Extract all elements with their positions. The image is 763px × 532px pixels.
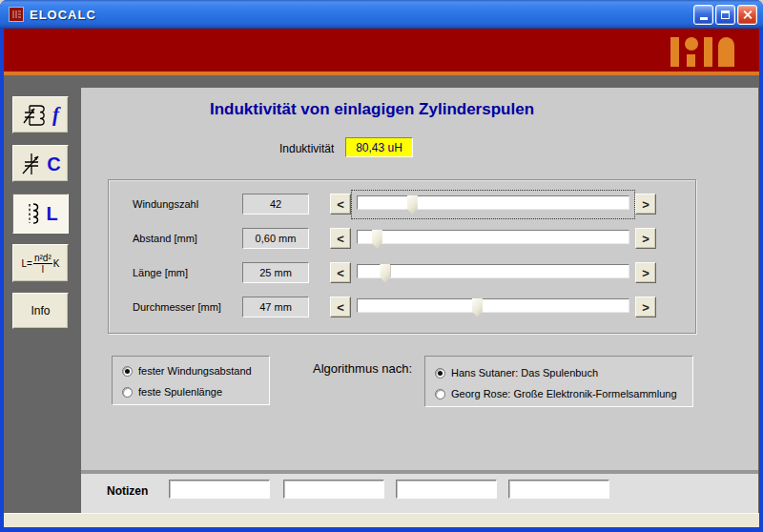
radio-icon <box>435 389 445 399</box>
radio-algorithm-rose[interactable]: Georg Rose: Große Elektronik-Formelsamml… <box>435 387 677 400</box>
slider-track[interactable] <box>357 230 629 244</box>
note-input[interactable] <box>169 480 270 499</box>
minimize-icon <box>700 17 708 20</box>
slider[interactable] <box>354 261 632 285</box>
app-window: ELOCALC f <box>0 0 763 532</box>
parameter-label: Abstand [mm] <box>133 233 197 244</box>
coil-icon <box>23 201 42 226</box>
parameter-label: Windungszahl <box>133 198 198 210</box>
status-bar <box>4 513 759 527</box>
parameter-value: 47 mm <box>259 301 292 313</box>
resonant-circuit-icon <box>22 103 49 128</box>
slider-track[interactable] <box>357 195 629 210</box>
mode-groupbox: fester Windungsabstand feste Spulenlänge <box>112 356 270 405</box>
radio-label: Georg Rose: Große Elektronik-Formelsamml… <box>451 388 677 399</box>
radio-icon <box>122 387 133 398</box>
radio-label: fester Windungsabstand <box>138 365 252 377</box>
slider[interactable] <box>354 193 632 216</box>
parameter-row: Windungszahl 42 < > <box>109 193 695 217</box>
app-icon <box>9 7 24 22</box>
parameter-value: 42 <box>270 198 281 210</box>
decrement-button[interactable]: < <box>330 194 351 215</box>
parameter-value-box: 0,60 mm <box>242 228 309 249</box>
note-input[interactable] <box>396 480 497 499</box>
slider-thumb[interactable] <box>407 195 418 215</box>
maximize-icon <box>721 10 730 19</box>
variable-capacitor-icon <box>20 152 43 176</box>
increment-button[interactable]: > <box>635 297 656 317</box>
close-icon <box>742 10 753 20</box>
parameters-groupbox: Windungszahl 42 < > Abstand [mm] 0,60 mm… <box>108 179 696 334</box>
sidebar-item-label: C <box>47 154 60 174</box>
parameter-value-box: 42 <box>242 194 309 215</box>
radio-feste-spulenlaenge[interactable]: feste Spulenlänge <box>122 385 222 399</box>
window-title: ELOCALC <box>30 8 96 22</box>
radio-icon <box>435 368 445 379</box>
increment-button[interactable]: > <box>635 228 656 249</box>
sidebar-item-inductance[interactable]: L <box>12 194 69 234</box>
logo-arch-icon <box>718 37 734 67</box>
slider-track[interactable] <box>357 264 629 278</box>
parameter-value: 25 mm <box>259 267 292 278</box>
sidebar-item-frequency[interactable]: f <box>12 96 69 133</box>
result-value-box: 80,43 uH <box>345 137 413 157</box>
decrement-button[interactable]: < <box>330 297 351 317</box>
maximize-button[interactable] <box>715 5 735 25</box>
sidebar-item-formula[interactable]: L= n²d² l K <box>12 244 69 282</box>
main-panel: Induktivität von einlagigen Zylinderspul… <box>81 88 758 470</box>
slider-thumb[interactable] <box>372 230 382 249</box>
parameter-row: Durchmesser [mm] 47 mm < > <box>109 296 695 320</box>
sidebar-item-capacitance[interactable]: C <box>12 145 69 182</box>
radio-label: feste Spulenlänge <box>138 386 222 398</box>
sidebar-item-label: Info <box>31 305 50 317</box>
logo-bar-icon <box>704 37 712 67</box>
page-title: Induktivität von einlagigen Zylinderspul… <box>81 100 663 119</box>
parameter-label: Durchmesser [mm] <box>133 301 221 313</box>
increment-button[interactable]: > <box>635 262 656 283</box>
slider[interactable] <box>354 296 632 319</box>
header-banner <box>4 29 759 72</box>
notes-label: Notizen <box>107 484 148 498</box>
parameter-value: 0,60 mm <box>256 233 297 244</box>
increment-button[interactable]: > <box>635 194 656 215</box>
slider-track[interactable] <box>357 298 629 313</box>
parameter-row: Abstand [mm] 0,60 mm < > <box>109 227 695 252</box>
result-label: Induktivität <box>279 142 334 155</box>
logo-bar-icon <box>670 37 679 67</box>
parameter-value-box: 47 mm <box>242 297 309 317</box>
radio-icon <box>122 366 133 377</box>
decrement-button[interactable]: < <box>330 228 351 249</box>
note-input[interactable] <box>283 480 384 499</box>
slider-thumb[interactable] <box>472 298 483 317</box>
decrement-button[interactable]: < <box>330 262 351 283</box>
sidebar-item-info[interactable]: Info <box>12 293 69 329</box>
result-value: 80,43 uH <box>356 141 402 154</box>
parameter-row: Länge [mm] 25 mm < > <box>109 261 695 286</box>
radio-fester-windungsabstand[interactable]: fester Windungsabstand <box>122 364 252 378</box>
notes-bar: Notizen <box>81 474 758 513</box>
radio-label: Hans Sutaner: Das Spulenbuch <box>451 367 598 379</box>
minimize-button[interactable] <box>693 5 713 25</box>
slider[interactable] <box>354 227 632 251</box>
radio-algorithm-sutaner[interactable]: Hans Sutaner: Das Spulenbuch <box>435 366 598 379</box>
close-button[interactable] <box>737 5 757 25</box>
parameter-label: Länge [mm] <box>133 267 188 278</box>
algorithm-groupbox: Hans Sutaner: Das Spulenbuch Georg Rose:… <box>424 356 693 407</box>
formula-text: L= n²d² l K <box>22 253 60 275</box>
slider-thumb[interactable] <box>380 264 390 283</box>
logo-dot-icon <box>685 37 698 67</box>
sidebar-item-label: L <box>46 204 57 223</box>
brand-logo <box>670 37 734 68</box>
title-bar[interactable]: ELOCALC <box>0 0 763 29</box>
note-input[interactable] <box>508 480 609 499</box>
sidebar-item-label: f <box>52 105 59 125</box>
parameter-value-box: 25 mm <box>242 262 309 283</box>
algorithm-label: Algorithmus nach: <box>313 361 412 376</box>
